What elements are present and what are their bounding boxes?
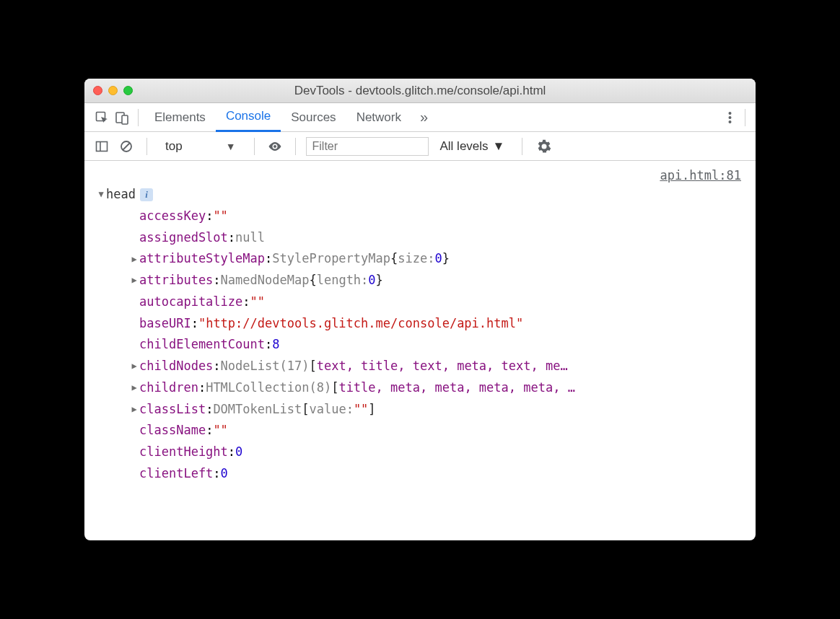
object-root-row[interactable]: head i [96,184,753,206]
property-row[interactable]: clientLeft: 0 [96,463,753,485]
property-value: 8 [272,334,279,356]
console-output: api.html:81 head i accessKey: ""assigned… [84,161,756,540]
titlebar: DevTools - devtools.glitch.me/console/ap… [84,79,756,103]
property-row[interactable]: children: HTMLCollection(8) [title, meta… [96,377,753,399]
svg-rect-6 [97,141,108,151]
property-key: baseURI [139,313,191,335]
separator [254,138,255,155]
property-row[interactable]: className: "" [96,420,753,442]
clear-console-icon[interactable] [116,136,136,157]
expand-arrow-icon[interactable] [129,273,139,288]
kebab-menu-icon[interactable] [722,110,738,125]
property-key: attributeStyleMap [139,248,265,270]
info-badge-icon[interactable]: i [140,188,153,201]
context-selector[interactable]: top ▼ [157,137,244,156]
property-row[interactable]: attributes: NamedNodeMap {length: 0} [96,270,753,291]
expand-arrow-icon[interactable] [129,402,139,417]
chevron-down-icon: ▼ [493,139,505,154]
context-value: top [165,139,183,154]
tab-sources[interactable]: Sources [281,103,346,132]
separator [146,138,147,155]
property-key: clientLeft [139,463,213,485]
property-value: "" [213,206,227,227]
log-levels-select[interactable]: All levels ▼ [433,139,512,154]
window-title: DevTools - devtools.glitch.me/console/ap… [84,84,756,98]
tab-console[interactable]: Console [216,103,281,132]
levels-label: All levels [440,139,489,154]
expand-arrow-icon[interactable] [129,252,139,267]
more-tabs-button[interactable]: » [416,109,432,126]
property-row[interactable]: childNodes: NodeList(17) [text, title, t… [96,356,753,377]
chevron-down-icon: ▼ [226,141,236,152]
device-toolbar-icon[interactable] [112,107,132,128]
svg-point-4 [729,116,732,119]
svg-point-10 [274,145,276,148]
object-name: head [106,184,136,206]
live-expression-icon[interactable] [265,136,285,157]
property-row[interactable]: autocapitalize: "" [96,291,753,313]
separator [295,138,296,155]
console-toolbar: top ▼ All levels ▼ [84,132,756,161]
expand-arrow-icon[interactable] [96,187,106,202]
sidebar-toggle-icon[interactable] [92,136,112,157]
property-key: children [139,377,198,399]
property-row[interactable]: attributeStyleMap: StylePropertyMap {siz… [96,248,753,270]
property-key: childNodes [139,356,213,377]
property-key: childElementCount [139,334,265,356]
separator [745,109,745,126]
property-key: assignedSlot [139,227,228,249]
property-value: "" [213,420,227,442]
svg-rect-2 [122,115,128,124]
property-value: 0 [221,463,228,485]
source-link[interactable]: api.html:81 [660,165,741,187]
property-row[interactable]: classList: DOMTokenList [value: ""] [96,399,753,421]
expand-arrow-icon[interactable] [129,359,139,374]
expand-arrow-icon[interactable] [129,380,139,395]
property-row[interactable]: assignedSlot: null [96,227,753,249]
svg-point-5 [729,120,732,123]
property-key: attributes [139,270,213,291]
property-value: "" [250,291,265,313]
property-row[interactable]: childElementCount: 8 [96,334,753,356]
separator [522,138,522,155]
devtools-window: DevTools - devtools.glitch.me/console/ap… [84,79,756,540]
filter-input[interactable] [306,137,429,156]
property-row[interactable]: accessKey: "" [96,206,753,227]
property-key: className [139,420,206,442]
property-key: autocapitalize [139,291,242,313]
property-key: classList [139,399,206,421]
devtools-tabbar: ElementsConsoleSourcesNetwork » [84,103,756,132]
svg-line-9 [123,143,130,150]
property-value: null [235,227,265,249]
settings-gear-icon[interactable] [533,139,556,154]
property-key: accessKey [139,206,206,227]
inspect-element-icon[interactable] [92,107,112,128]
property-value: "http://devtools.glitch.me/console/api.h… [198,313,523,335]
tab-elements[interactable]: Elements [144,103,216,132]
property-row[interactable]: clientHeight: 0 [96,442,753,463]
property-key: clientHeight [139,442,228,463]
separator [138,109,139,126]
property-row[interactable]: baseURI: "http://devtools.glitch.me/cons… [96,313,753,335]
property-value: 0 [235,442,242,463]
tab-network[interactable]: Network [346,103,411,132]
svg-point-3 [729,112,732,115]
